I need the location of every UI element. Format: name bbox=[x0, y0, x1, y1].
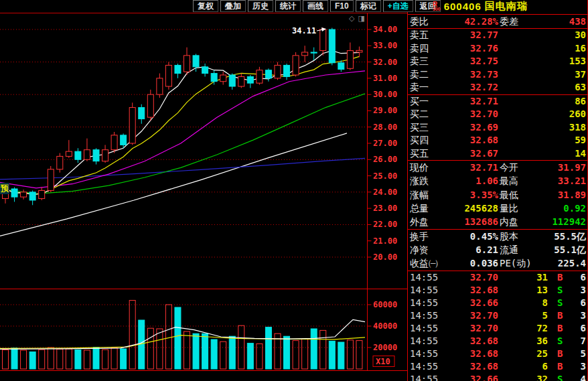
bid-quantity: 260 bbox=[569, 108, 586, 121]
stat-label: 流通 bbox=[500, 243, 518, 256]
tick-row[interactable]: 14:5532.6813S3 bbox=[408, 284, 587, 297]
tick-row[interactable]: 14:5532.668S6 bbox=[408, 297, 587, 309]
tick-count: 7 bbox=[581, 335, 586, 348]
candle-down bbox=[311, 52, 317, 53]
ma-line-yellow bbox=[5, 56, 359, 194]
tick-time: 14:55 bbox=[410, 297, 438, 309]
ask-levels-section: 卖五32.7730卖四32.7616卖三32.75153卖二32.7337卖一3… bbox=[408, 28, 587, 94]
bid-row[interactable]: 买一32.7186 bbox=[408, 95, 587, 108]
mark-button[interactable]: 标记 bbox=[356, 0, 381, 12]
tick-count: 4 bbox=[581, 373, 586, 381]
stat-value: 225.4 bbox=[558, 256, 586, 270]
volume-bar-up bbox=[293, 341, 299, 369]
bid-row[interactable]: 买二32.70260 bbox=[408, 108, 587, 121]
stock-header: R 300 600406 国电南瑞 bbox=[433, 0, 528, 13]
kline-chart-svg[interactable]: 34.0033.0032.0031.0030.0029.0028.0027.00… bbox=[0, 0, 407, 381]
history-button[interactable]: 历史 bbox=[248, 0, 273, 12]
tick-side: B bbox=[557, 309, 563, 322]
bid-row[interactable]: 买三32.69318 bbox=[408, 121, 587, 134]
candle-down bbox=[11, 189, 17, 197]
stat-label: 股本 bbox=[500, 230, 518, 243]
draw-line-button[interactable]: 画线 bbox=[303, 0, 328, 12]
tick-row[interactable]: 14:5532.686B3 bbox=[408, 360, 587, 373]
stock-name: 国电南瑞 bbox=[485, 0, 528, 13]
stat-label: PE(动) bbox=[500, 256, 532, 270]
ask-row[interactable]: 卖四32.7616 bbox=[408, 42, 587, 56]
price-axis-label: 33.00 bbox=[373, 41, 397, 50]
tick-time: 14:55 bbox=[410, 322, 438, 335]
diamond-icon[interactable]: ◇ bbox=[349, 14, 354, 22]
stat-value: 0.92 bbox=[563, 202, 586, 215]
ask-quantity: 37 bbox=[575, 68, 586, 82]
tick-price: 32.70 bbox=[470, 309, 498, 322]
ask-price: 32.75 bbox=[470, 55, 498, 68]
volume-bar-down bbox=[11, 348, 17, 369]
stat-label: 量比 bbox=[500, 202, 518, 215]
bid-level-label: 买二 bbox=[410, 108, 429, 121]
tick-side: S bbox=[557, 373, 563, 381]
stat-label: 净资 bbox=[410, 243, 429, 256]
adjust-price-button[interactable]: 复权 bbox=[193, 0, 218, 12]
volume-bar-up bbox=[66, 349, 72, 369]
panel-toggle-icon[interactable]: ◨ bbox=[358, 14, 364, 22]
statistics-button[interactable]: 统计 bbox=[275, 0, 301, 12]
volume-axis-label: 60000 bbox=[373, 300, 397, 309]
candle-up bbox=[293, 56, 299, 75]
tick-time: 14:55 bbox=[410, 335, 438, 348]
ask-row[interactable]: 卖一32.7263 bbox=[408, 81, 587, 94]
tick-time: 14:55 bbox=[410, 309, 438, 322]
tick-side: B bbox=[557, 348, 563, 360]
candle-down bbox=[121, 135, 127, 145]
tick-row[interactable]: 14:5532.6632S4 bbox=[408, 373, 587, 381]
volume-bar-up bbox=[356, 341, 362, 369]
add-watchlist-button[interactable]: +自选 bbox=[383, 0, 413, 12]
tick-side: B bbox=[557, 322, 563, 335]
stat-row: 涨跌1.06最高33.21 bbox=[408, 174, 587, 187]
price-axis-label: 26.00 bbox=[373, 155, 397, 164]
ask-row[interactable]: 卖二32.7337 bbox=[408, 68, 587, 82]
volume-bar-down bbox=[121, 349, 127, 369]
tick-time: 14:55 bbox=[410, 348, 438, 360]
ask-level-label: 卖一 bbox=[410, 81, 429, 94]
tick-price: 32.70 bbox=[470, 322, 498, 335]
weibi-row: 委比42.28%委差438 bbox=[408, 15, 587, 28]
bid-row[interactable]: 买四32.6859 bbox=[408, 134, 587, 147]
candle-down bbox=[175, 65, 181, 73]
stat-label: 收益㈠ bbox=[410, 256, 438, 270]
price-axis-label: 21.00 bbox=[373, 236, 397, 246]
stat-value: 31.89 bbox=[558, 188, 586, 202]
ask-row[interactable]: 卖五32.7730 bbox=[408, 29, 587, 42]
f10-button[interactable]: F10 bbox=[330, 0, 354, 12]
ask-row[interactable]: 卖三32.75153 bbox=[408, 55, 587, 68]
tick-row[interactable]: 14:5532.6836S7 bbox=[408, 335, 587, 348]
bid-price: 32.68 bbox=[470, 134, 498, 147]
volume-axis-label: 40000 bbox=[373, 321, 397, 331]
tick-row[interactable]: 14:5532.705B3 bbox=[408, 309, 587, 322]
candle-down bbox=[229, 75, 235, 86]
bid-level-label: 买三 bbox=[410, 121, 429, 134]
volume-bar-down bbox=[193, 333, 199, 369]
tick-row[interactable]: 14:5532.7031B6 bbox=[408, 271, 587, 284]
app-window: 复权 叠加 历史 统计 画线 F10 标记 +自选 返回 R 300 60040… bbox=[0, 0, 588, 381]
ma-line-white bbox=[5, 51, 359, 195]
price-axis-label: 29.00 bbox=[373, 106, 397, 115]
tick-side: S bbox=[557, 284, 563, 297]
tick-row[interactable]: 14:5532.6825B5 bbox=[408, 348, 587, 360]
price-axis-label: 20.00 bbox=[373, 252, 397, 262]
ask-quantity: 63 bbox=[575, 81, 586, 94]
candle-up bbox=[220, 75, 226, 82]
stat-value: 32.71 bbox=[470, 161, 498, 174]
candle-up bbox=[102, 150, 108, 161]
chart-area[interactable]: 34.0033.0032.0031.0030.0029.0028.0027.00… bbox=[0, 0, 407, 381]
tick-quantity: 32 bbox=[536, 373, 548, 381]
volume-ma-white bbox=[0, 319, 365, 349]
candle-up bbox=[111, 135, 117, 150]
ask-price: 32.76 bbox=[470, 42, 498, 56]
candle-up bbox=[347, 51, 353, 69]
candle-up bbox=[184, 56, 190, 72]
bid-row[interactable]: 买五32.6714 bbox=[408, 147, 587, 160]
stat-label: 总量 bbox=[410, 202, 429, 215]
ask-quantity: 153 bbox=[569, 55, 586, 68]
tick-row[interactable]: 14:5532.7072B6 bbox=[408, 322, 587, 335]
overlay-button[interactable]: 叠加 bbox=[220, 0, 246, 12]
